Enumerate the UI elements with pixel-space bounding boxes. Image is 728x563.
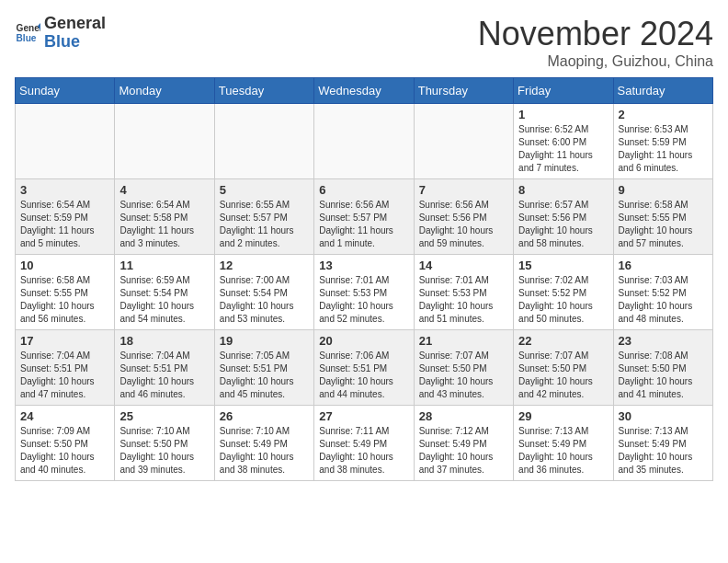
calendar-cell: 12Sunrise: 7:00 AM Sunset: 5:54 PM Dayli…	[214, 255, 313, 330]
day-info: Sunrise: 6:52 AM Sunset: 6:00 PM Dayligh…	[518, 123, 608, 175]
calendar-cell: 9Sunrise: 6:58 AM Sunset: 5:55 PM Daylig…	[613, 179, 712, 255]
logo-text: General Blue	[44, 15, 106, 52]
day-number: 26	[220, 409, 309, 423]
calendar-cell	[115, 104, 214, 179]
day-number: 28	[419, 409, 508, 423]
calendar-cell: 5Sunrise: 6:55 AM Sunset: 5:57 PM Daylig…	[214, 179, 313, 255]
day-info: Sunrise: 6:53 AM Sunset: 5:59 PM Dayligh…	[619, 123, 708, 175]
day-number: 29	[518, 409, 608, 423]
calendar-cell: 23Sunrise: 7:08 AM Sunset: 5:50 PM Dayli…	[613, 330, 712, 406]
day-number: 18	[119, 334, 209, 348]
calendar-cell: 8Sunrise: 6:57 AM Sunset: 5:56 PM Daylig…	[514, 179, 613, 255]
day-info: Sunrise: 7:13 AM Sunset: 5:49 PM Dayligh…	[518, 425, 608, 477]
day-number: 15	[518, 259, 608, 272]
calendar-cell: 28Sunrise: 7:12 AM Sunset: 5:49 PM Dayli…	[414, 406, 513, 481]
day-number: 8	[518, 183, 608, 197]
day-number: 24	[20, 409, 109, 423]
calendar-cell: 10Sunrise: 6:58 AM Sunset: 5:55 PM Dayli…	[16, 255, 115, 330]
day-number: 30	[619, 409, 708, 423]
location: Maoping, Guizhou, China	[478, 53, 713, 70]
calendar-cell: 27Sunrise: 7:11 AM Sunset: 5:49 PM Dayli…	[314, 406, 414, 481]
day-number: 21	[419, 334, 508, 348]
day-number: 2	[619, 108, 708, 121]
calendar-table: SundayMondayTuesdayWednesdayThursdayFrid…	[15, 77, 713, 481]
day-info: Sunrise: 7:12 AM Sunset: 5:49 PM Dayligh…	[419, 425, 508, 477]
weekday-header: Wednesday	[314, 78, 414, 104]
day-number: 9	[619, 183, 708, 197]
day-info: Sunrise: 6:56 AM Sunset: 5:56 PM Dayligh…	[419, 199, 508, 250]
day-number: 14	[419, 259, 508, 272]
svg-text:General: General	[17, 23, 40, 33]
calendar-cell	[414, 104, 513, 179]
day-number: 19	[220, 334, 309, 348]
day-info: Sunrise: 7:11 AM Sunset: 5:49 PM Dayligh…	[319, 425, 408, 477]
calendar-cell: 22Sunrise: 7:07 AM Sunset: 5:50 PM Dayli…	[514, 330, 613, 406]
day-number: 3	[20, 183, 109, 197]
calendar-cell: 18Sunrise: 7:04 AM Sunset: 5:51 PM Dayli…	[115, 330, 214, 406]
calendar-cell	[16, 104, 115, 179]
day-info: Sunrise: 7:10 AM Sunset: 5:50 PM Dayligh…	[119, 425, 209, 477]
day-info: Sunrise: 6:54 AM Sunset: 5:58 PM Dayligh…	[119, 199, 209, 250]
title-area: November 2024 Maoping, Guizhou, China	[478, 15, 713, 70]
calendar-week-row: 17Sunrise: 7:04 AM Sunset: 5:51 PM Dayli…	[16, 330, 713, 406]
day-number: 20	[319, 334, 408, 348]
calendar-week-row: 3Sunrise: 6:54 AM Sunset: 5:59 PM Daylig…	[16, 179, 713, 255]
day-number: 22	[518, 334, 608, 348]
calendar-cell: 16Sunrise: 7:03 AM Sunset: 5:52 PM Dayli…	[613, 255, 712, 330]
month-title: November 2024	[478, 15, 713, 53]
day-number: 10	[20, 259, 109, 272]
day-info: Sunrise: 7:00 AM Sunset: 5:54 PM Dayligh…	[220, 274, 309, 326]
day-number: 17	[20, 334, 109, 348]
logo: General Blue General Blue	[15, 15, 106, 52]
day-info: Sunrise: 7:01 AM Sunset: 5:53 PM Dayligh…	[319, 274, 408, 326]
day-number: 16	[619, 259, 708, 272]
logo-blue: Blue	[44, 33, 106, 52]
calendar-cell	[314, 104, 414, 179]
logo-general: General	[44, 15, 106, 33]
day-info: Sunrise: 7:08 AM Sunset: 5:50 PM Dayligh…	[619, 350, 708, 401]
svg-text:Blue: Blue	[17, 33, 37, 43]
day-number: 6	[319, 183, 408, 197]
day-info: Sunrise: 6:56 AM Sunset: 5:57 PM Dayligh…	[319, 199, 408, 250]
day-info: Sunrise: 7:04 AM Sunset: 5:51 PM Dayligh…	[20, 350, 109, 401]
weekday-header: Monday	[115, 78, 214, 104]
day-info: Sunrise: 6:54 AM Sunset: 5:59 PM Dayligh…	[20, 199, 109, 250]
day-number: 25	[119, 409, 209, 423]
calendar-cell: 4Sunrise: 6:54 AM Sunset: 5:58 PM Daylig…	[115, 179, 214, 255]
day-info: Sunrise: 7:07 AM Sunset: 5:50 PM Dayligh…	[419, 350, 508, 401]
calendar-cell: 24Sunrise: 7:09 AM Sunset: 5:50 PM Dayli…	[16, 406, 115, 481]
day-info: Sunrise: 6:57 AM Sunset: 5:56 PM Dayligh…	[518, 199, 608, 250]
day-number: 1	[518, 108, 608, 121]
day-info: Sunrise: 6:59 AM Sunset: 5:54 PM Dayligh…	[119, 274, 209, 326]
day-number: 13	[319, 259, 408, 272]
calendar-cell: 11Sunrise: 6:59 AM Sunset: 5:54 PM Dayli…	[115, 255, 214, 330]
calendar-cell	[214, 104, 313, 179]
weekday-header: Tuesday	[214, 78, 313, 104]
day-info: Sunrise: 7:05 AM Sunset: 5:51 PM Dayligh…	[220, 350, 309, 401]
calendar-cell: 13Sunrise: 7:01 AM Sunset: 5:53 PM Dayli…	[314, 255, 414, 330]
calendar-cell: 1Sunrise: 6:52 AM Sunset: 6:00 PM Daylig…	[514, 104, 613, 179]
calendar-cell: 3Sunrise: 6:54 AM Sunset: 5:59 PM Daylig…	[16, 179, 115, 255]
day-number: 7	[419, 183, 508, 197]
calendar-cell: 17Sunrise: 7:04 AM Sunset: 5:51 PM Dayli…	[16, 330, 115, 406]
day-info: Sunrise: 7:06 AM Sunset: 5:51 PM Dayligh…	[319, 350, 408, 401]
calendar-cell: 14Sunrise: 7:01 AM Sunset: 5:53 PM Dayli…	[414, 255, 513, 330]
weekday-header: Sunday	[16, 78, 115, 104]
calendar-cell: 2Sunrise: 6:53 AM Sunset: 5:59 PM Daylig…	[613, 104, 712, 179]
calendar-week-row: 10Sunrise: 6:58 AM Sunset: 5:55 PM Dayli…	[16, 255, 713, 330]
day-info: Sunrise: 6:58 AM Sunset: 5:55 PM Dayligh…	[20, 274, 109, 326]
calendar-cell: 20Sunrise: 7:06 AM Sunset: 5:51 PM Dayli…	[314, 330, 414, 406]
day-info: Sunrise: 7:13 AM Sunset: 5:49 PM Dayligh…	[619, 425, 708, 477]
day-info: Sunrise: 7:09 AM Sunset: 5:50 PM Dayligh…	[20, 425, 109, 477]
weekday-header: Thursday	[414, 78, 513, 104]
day-number: 11	[119, 259, 209, 272]
calendar-cell: 6Sunrise: 6:56 AM Sunset: 5:57 PM Daylig…	[314, 179, 414, 255]
day-info: Sunrise: 7:01 AM Sunset: 5:53 PM Dayligh…	[419, 274, 508, 326]
calendar-week-row: 24Sunrise: 7:09 AM Sunset: 5:50 PM Dayli…	[16, 406, 713, 481]
day-number: 27	[319, 409, 408, 423]
day-number: 4	[119, 183, 209, 197]
day-info: Sunrise: 7:02 AM Sunset: 5:52 PM Dayligh…	[518, 274, 608, 326]
day-number: 23	[619, 334, 708, 348]
calendar-cell: 19Sunrise: 7:05 AM Sunset: 5:51 PM Dayli…	[214, 330, 313, 406]
weekday-header: Saturday	[613, 78, 712, 104]
